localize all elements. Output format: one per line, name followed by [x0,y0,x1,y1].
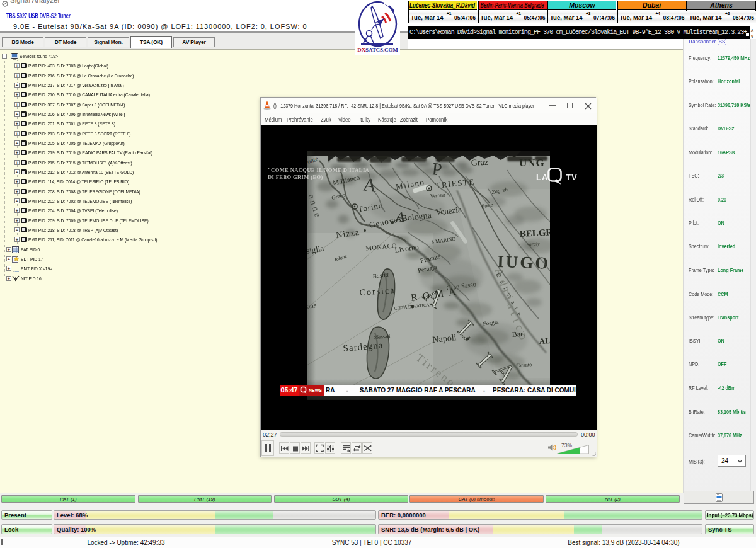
svg-text:Bari: Bari [512,329,525,339]
svg-text:AL: AL [539,336,550,346]
svg-text:oSassari: oSassari [374,333,391,340]
svg-text:P: P [431,159,443,179]
svg-text:BELGR: BELGR [519,227,550,239]
svg-text:Verona: Verona [430,191,445,199]
svg-text:Graz: Graz [471,157,488,168]
svg-text:IUGOS: IUGOS [497,252,550,273]
